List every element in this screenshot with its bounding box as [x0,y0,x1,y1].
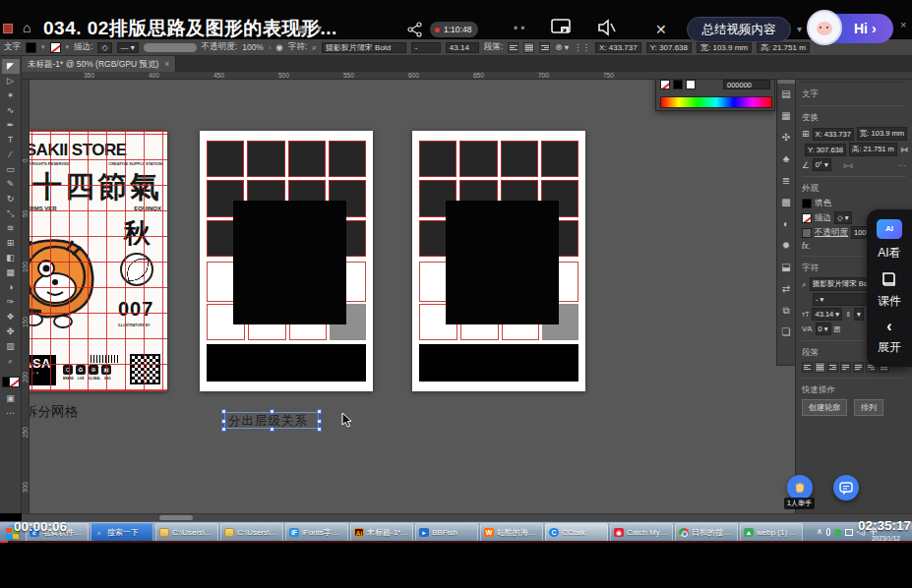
scale-tool[interactable]: ⤡ [2,206,20,221]
taskbar-item[interactable]: ▸BBFish [415,523,478,542]
brush-select[interactable]: — ▾ [117,42,139,53]
pen-tool[interactable]: ✒ [2,118,20,133]
more-options-icon[interactable]: ⋯ [898,160,907,170]
taskbar-item[interactable]: Ai未标题-1* @ 50... [350,523,413,542]
tray-expand-icon[interactable]: ∧ [817,527,822,537]
expand-label[interactable]: 展开 [878,339,901,356]
height-field[interactable]: 高: 21.751 m [849,143,897,156]
angle-field[interactable]: 0° ▾ [813,158,831,171]
y-field[interactable]: Y: 307.638 [805,144,846,156]
history-panel-icon[interactable]: ❏ [777,322,795,343]
stroke-swatch[interactable] [50,42,61,53]
graph-tool[interactable]: ▥ [2,339,20,354]
poster-grid-layout-2[interactable] [412,131,585,391]
assistant-greeting[interactable]: Hi › [854,21,877,36]
fx-label[interactable]: fx. [802,241,811,251]
draw-mode-icon[interactable]: ▣ [2,391,20,406]
mute-horn-icon[interactable] [596,19,616,36]
summarize-video-button[interactable]: 总结视频内容 [687,17,791,42]
justify-icon[interactable] [840,362,851,373]
gradient-tool[interactable]: ◑ [2,280,20,295]
chevron-down-icon[interactable]: ▾ [317,23,322,33]
align-center-icon[interactable] [815,362,825,373]
stroke-width-field[interactable]: ◇ [97,42,111,53]
align-right-icon[interactable] [539,42,550,53]
mesh-tool[interactable]: ▦ [2,265,20,280]
h-field[interactable]: 高: 21.751 m [757,42,810,53]
tab-close-icon[interactable]: × [164,59,169,69]
white-swatch[interactable] [686,80,696,89]
note-split-grid[interactable]: 拆分网格 [25,403,78,421]
brush-preview[interactable] [144,43,197,52]
line-tool[interactable]: ∕ [2,147,20,162]
black-swatch[interactable] [673,80,683,89]
zoom-tool[interactable]: ⌕ [2,354,20,369]
taskbar-item[interactable]: ◉Catch My Brea... [610,523,673,542]
style-icon[interactable]: ◉ [275,42,282,52]
rotate-tool[interactable]: ↻ [2,192,20,206]
taskbar-item[interactable]: ⌕搜索一下 [91,523,153,542]
taskbar-item[interactable]: CCCtalk [545,523,608,542]
stroke-panel-icon[interactable]: ≣ [777,170,795,192]
taskbar-item[interactable]: W站酷的海报思路... [480,523,543,542]
stroke-width-field[interactable]: ◇ ▾ [834,211,852,224]
taskbar-item[interactable]: ▲webp (1) 转图... [740,523,803,542]
ai-watch-icon[interactable]: AI [877,219,902,239]
close-icon[interactable]: ✕ [655,22,667,37]
hex-value-field[interactable]: 000000 [723,80,770,89]
document-tab[interactable]: 未标题-1* @ 50% (RGB/GPU 预览)× [22,56,176,72]
hand-panel-icon[interactable]: ✣ [777,127,795,148]
chat-button[interactable] [833,475,859,500]
symbol-tool[interactable]: ✤ [2,324,20,339]
display-icon[interactable] [845,529,853,536]
tray-app-icon[interactable] [834,529,841,536]
lasso-tool[interactable]: ∿ [2,103,20,118]
pencil-tool[interactable]: ✎ [2,177,20,192]
share-icon[interactable] [407,22,423,37]
taskbar-item[interactable]: iFiFonts字体助手 [285,523,348,542]
grid-icon[interactable]: ⋮⋮ [574,42,590,52]
y-field[interactable]: Y: 307.638 [646,42,692,53]
align-left-icon[interactable] [802,362,813,373]
link-dimensions-icon[interactable]: ⧓ [900,145,909,154]
font-field[interactable]: 摄影胶片簿宋 Bold [322,42,406,53]
width-tool[interactable]: ≋ [2,221,20,236]
home-icon[interactable]: ⌂ [23,20,30,35]
swatches-panel-icon[interactable]: ▦ [777,105,795,127]
taskbar-item[interactable]: C:\Users\Admi... [220,523,283,542]
align-center-icon[interactable] [523,42,534,53]
courseware-label[interactable]: 课件 [878,293,901,310]
rectangle-tool[interactable]: ▭ [2,162,20,177]
width-field[interactable]: 宽: 103.9 mm [857,127,907,141]
magic-wand-tool[interactable]: ✶ [2,88,20,103]
kerning-field[interactable]: 0 ▾ [816,323,831,335]
window-close-icon[interactable]: × [900,19,906,30]
fill-stroke-swatches[interactable] [2,373,20,391]
fill-swatch[interactable] [802,199,812,208]
more-dots-icon[interactable]: •• [514,22,527,35]
poster-original[interactable]: ASAKII STORE ©ASAKII RIGHTS RESERVED CRE… [24,131,167,391]
x-field[interactable]: X: 433.737 [595,42,641,53]
shape-builder-tool[interactable]: ◧ [2,251,20,265]
poster-grid-layout[interactable] [200,131,373,391]
scrollbar-thumb[interactable] [159,515,193,520]
effects-panel-icon[interactable]: ✹ [777,235,795,257]
font-size-field[interactable]: 43.14 ▾ [812,308,842,321]
reference-point-icon[interactable]: ⊞ [802,129,810,139]
fill-swatch[interactable] [26,42,36,53]
pip-icon[interactable] [551,19,573,36]
blend-tool[interactable]: ❖ [2,310,20,324]
x-field[interactable]: X: 433.737 [813,128,854,141]
align-panel-icon[interactable]: ⬓ [777,257,795,278]
flip-icons[interactable]: ▹◃ [844,160,853,170]
taskbar-item[interactable]: 日和的搜索结果... [675,523,738,542]
align-left-icon[interactable] [508,42,518,53]
pages-panel-icon[interactable]: ▤ [777,84,795,105]
gradient-panel-icon[interactable]: ◐ [777,213,795,235]
stroke-swatch[interactable] [802,213,812,223]
selected-text-frame[interactable]: 分出层级关系 [224,412,319,429]
ai-watch-label[interactable]: AI看 [878,245,900,262]
artboard-panel-icon[interactable]: ⧉ [777,300,795,322]
opacity-value[interactable]: 100% [242,42,264,52]
horizontal-scrollbar[interactable] [22,513,912,521]
